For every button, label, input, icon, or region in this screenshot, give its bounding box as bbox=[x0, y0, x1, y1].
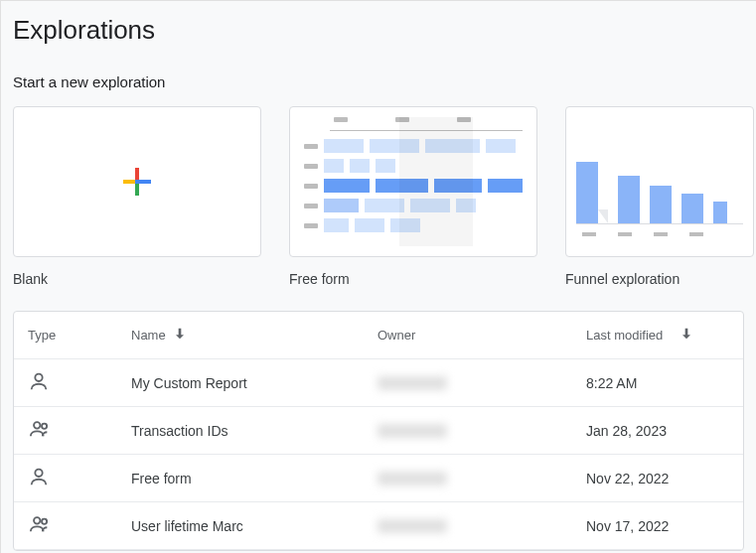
row-owner bbox=[378, 519, 586, 533]
svg-point-7 bbox=[42, 424, 47, 429]
svg-rect-0 bbox=[135, 168, 139, 180]
row-name: Transaction IDs bbox=[131, 423, 378, 439]
column-header-last-modified[interactable]: Last modified bbox=[586, 326, 729, 345]
funnel-thumb bbox=[570, 127, 749, 236]
template-freeform: Free form bbox=[289, 106, 537, 287]
freeform-thumb bbox=[304, 117, 523, 246]
svg-point-10 bbox=[42, 519, 47, 524]
template-funnel-label: Funnel exploration bbox=[565, 271, 754, 287]
person-icon bbox=[28, 370, 50, 395]
sort-arrow-down-icon bbox=[172, 326, 188, 345]
row-last-modified: Nov 17, 2022 bbox=[586, 518, 729, 534]
column-header-type[interactable]: Type bbox=[28, 328, 131, 343]
row-name: User lifetime Marc bbox=[131, 518, 378, 534]
column-header-name[interactable]: Name bbox=[131, 326, 378, 345]
template-blank-card[interactable] bbox=[13, 106, 261, 257]
template-freeform-card[interactable] bbox=[289, 106, 537, 257]
group-icon bbox=[28, 513, 52, 538]
svg-point-8 bbox=[35, 470, 42, 477]
svg-rect-4 bbox=[135, 180, 139, 184]
template-blank-label: Blank bbox=[13, 271, 261, 287]
svg-point-6 bbox=[34, 422, 40, 428]
svg-rect-2 bbox=[123, 180, 135, 184]
svg-rect-1 bbox=[135, 184, 139, 196]
column-header-owner[interactable]: Owner bbox=[378, 328, 586, 343]
table-header: Type Name Owner Last modified bbox=[14, 312, 743, 359]
row-last-modified: Nov 22, 2022 bbox=[586, 471, 729, 486]
explorations-table: Type Name Owner Last modified My Custom … bbox=[13, 311, 744, 551]
row-name: Free form bbox=[131, 471, 378, 486]
row-owner bbox=[378, 424, 586, 438]
page-title: Explorations bbox=[13, 15, 744, 46]
row-owner bbox=[378, 376, 586, 390]
plus-icon bbox=[121, 166, 153, 198]
template-funnel-card[interactable] bbox=[565, 106, 754, 257]
row-name: My Custom Report bbox=[131, 375, 378, 391]
template-funnel: Funnel exploration bbox=[565, 106, 754, 287]
template-gallery: Blank bbox=[13, 106, 744, 287]
row-owner bbox=[378, 472, 586, 485]
group-icon bbox=[28, 418, 52, 443]
table-row[interactable]: Transaction IDsJan 28, 2023 bbox=[14, 407, 743, 455]
table-row[interactable]: My Custom Report8:22 AM bbox=[14, 359, 743, 407]
start-section-title: Start a new exploration bbox=[13, 73, 744, 90]
table-row[interactable]: User lifetime MarcNov 17, 2022 bbox=[14, 502, 743, 550]
column-header-name-label: Name bbox=[131, 328, 166, 343]
row-last-modified: 8:22 AM bbox=[586, 375, 729, 391]
sort-arrow-down-icon bbox=[679, 326, 694, 345]
person-icon bbox=[28, 466, 50, 490]
svg-rect-3 bbox=[139, 180, 151, 184]
row-last-modified: Jan 28, 2023 bbox=[586, 423, 729, 439]
template-freeform-label: Free form bbox=[289, 271, 537, 287]
svg-point-9 bbox=[34, 517, 40, 523]
svg-point-5 bbox=[35, 374, 42, 381]
template-blank: Blank bbox=[13, 106, 261, 287]
column-header-last-modified-label: Last modified bbox=[586, 328, 663, 343]
table-row[interactable]: Free formNov 22, 2022 bbox=[14, 455, 743, 502]
